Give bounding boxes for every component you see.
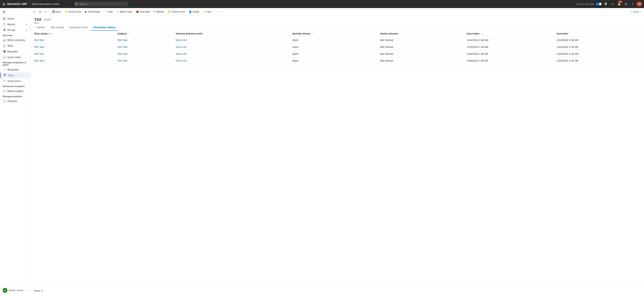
settings-icon[interactable]: ⚙: [623, 1, 628, 7]
task-setup-link-0[interactable]: Test Task: [34, 39, 44, 42]
tabs: Details Task setups Assigned stores Exec…: [30, 24, 644, 31]
content-area: ← 📋 ⬡ 💾 Save 📁 Save & Close ▶ Execute pl…: [30, 8, 644, 294]
col-owning-business-unit[interactable]: Owning Business Unit ⌄: [173, 31, 290, 37]
cell-subject-1[interactable]: Test Task: [115, 44, 173, 51]
share-button[interactable]: ↗ Share ∨: [628, 10, 643, 14]
execute-plan-button[interactable]: ▶ Execute plan: [83, 10, 102, 14]
waffle-icon[interactable]: ⊞: [2, 2, 6, 7]
table-row: Test Task Test Task Store 102 Open Not S…: [30, 44, 644, 51]
action-center[interactable]: AC Action center ◇: [0, 286, 30, 294]
cell-status-reason-2: Not Started: [378, 51, 464, 57]
try-new-look-toggle[interactable]: [596, 3, 602, 6]
search-bar: 🔍: [74, 2, 128, 6]
flow-button[interactable]: ⚡ Flow ∨: [201, 10, 215, 14]
col-due-date[interactable]: Due Date ⌄: [554, 31, 644, 37]
sidebar-item-retail-insights[interactable]: 📈 Retail insights: [0, 88, 30, 94]
owning-link-0[interactable]: Store 102: [176, 39, 187, 42]
task-setup-link-1[interactable]: Test Task: [34, 46, 44, 48]
col-subject[interactable]: Subject ⌄: [115, 31, 173, 37]
requests-icon: 📬: [3, 50, 6, 53]
cell-subject-0[interactable]: Test Task: [115, 37, 173, 44]
cell-task-setup-2[interactable]: Test Task: [30, 51, 115, 57]
assign-icon: 👤: [189, 11, 192, 13]
recent-icon: 🕐: [3, 23, 6, 26]
my-work-section-header: My work: [0, 33, 30, 37]
subject-link-2[interactable]: Test Task: [118, 53, 128, 55]
cell-task-setup-3[interactable]: Test Task: [30, 57, 115, 64]
subject-link-1[interactable]: Test Task: [118, 46, 128, 48]
col-status-reason[interactable]: Status Reason ⌄: [378, 31, 464, 37]
sidebar-item-quick-notes[interactable]: 📝 Quick notes: [0, 54, 30, 60]
cell-owning-0[interactable]: Store 102: [173, 37, 290, 44]
main-layout: ☰ 🏠 Home 🕐 Recent ∨ 📌 Pinned ∨ My work 📊…: [0, 8, 644, 294]
col-task-setup[interactable]: Task setup ▼ ⌄: [30, 31, 115, 37]
sidebar-item-requests[interactable]: 📬 Requests: [0, 49, 30, 54]
cell-task-setup-1[interactable]: Test Task: [30, 44, 115, 51]
sidebar-item-products[interactable]: 🏷️ Products: [0, 98, 30, 104]
table-row: Test Task Test Task Store 102 Open Not S…: [30, 51, 644, 57]
rows-count: Rows: 4: [30, 287, 644, 294]
sidebar-item-retail-summary[interactable]: 📊 Retail summary: [0, 37, 30, 43]
cell-owning-3[interactable]: Store 102: [173, 57, 290, 64]
owning-link-1[interactable]: Store 102: [176, 46, 187, 48]
subject-link-0[interactable]: Test Task: [118, 39, 128, 42]
owning-link-3[interactable]: Store 102: [176, 59, 187, 62]
col-start-date[interactable]: Start Date ↑ ⌄: [464, 31, 554, 37]
subject-link-3[interactable]: Test Task: [118, 59, 128, 62]
tab-execution-status[interactable]: Execution status: [90, 24, 118, 31]
more-options-button[interactable]: ⋯: [216, 10, 221, 14]
table-header: Task setup ▼ ⌄ Subject ⌄ Owning Business…: [30, 31, 644, 37]
sidebar-item-label: Quick plans: [8, 80, 21, 82]
templates-icon: 📄: [3, 68, 6, 71]
avatar[interactable]: SM: [636, 1, 642, 7]
lightbulb-icon[interactable]: 💡: [603, 1, 608, 7]
refresh-button[interactable]: ↻ Refresh: [152, 10, 166, 14]
save-button[interactable]: 💾 Save: [50, 10, 62, 14]
deactivate-button[interactable]: 🔴 Deactivate: [134, 10, 152, 14]
cell-activity-0: Open: [290, 37, 378, 44]
sidebar-item-plans[interactable]: 📅 Plans: [0, 73, 30, 78]
brand-title: Dynamics 365: [7, 3, 27, 6]
col-activity-status[interactable]: Activity Status ⌄: [290, 31, 378, 37]
sidebar-menu-button[interactable]: ☰: [0, 8, 30, 16]
cell-owning-1[interactable]: Store 102: [173, 44, 290, 51]
new-button[interactable]: + New: [104, 10, 114, 14]
task-setup-link-3[interactable]: Test Task: [34, 59, 44, 62]
cell-task-setup-0[interactable]: Test Task: [30, 37, 115, 44]
cell-owning-2[interactable]: Store 102: [173, 51, 290, 57]
col-activity-label: Activity Status: [292, 32, 310, 35]
check-access-button[interactable]: 🔑 Check Access: [166, 10, 187, 14]
search-input[interactable]: [74, 2, 128, 6]
forward-icon[interactable]: ⬡: [43, 9, 48, 15]
cell-due-date-2: 1/26/2024 1:30 AM: [554, 51, 644, 57]
sidebar-item-recent[interactable]: 🕐 Recent ∨: [0, 22, 30, 27]
cell-status-reason-3: Not Started: [378, 57, 464, 64]
save-close-button[interactable]: 📁 Save & Close: [63, 10, 83, 14]
col-subject-label: Subject: [118, 32, 127, 35]
back-button[interactable]: ←: [32, 9, 37, 15]
sidebar-item-templates[interactable]: 📄 Templates: [0, 67, 30, 73]
command-bar: ← 📋 ⬡ 💾 Save 📁 Save & Close ▶ Execute pl…: [30, 8, 644, 16]
top-nav-left: ⊞ Dynamics 365 | Store Operations Assist: [2, 2, 59, 7]
plans-icon: 📅: [3, 74, 6, 77]
task-setup-link-2[interactable]: Test Task: [34, 53, 44, 55]
cell-subject-3[interactable]: Test Task: [115, 57, 173, 64]
cell-subject-2[interactable]: Test Task: [115, 51, 173, 57]
clipboard-button[interactable]: 📋: [37, 9, 42, 15]
sidebar-item-label: Requests: [8, 50, 18, 53]
tab-task-setups[interactable]: Task setups: [48, 24, 67, 31]
activity-sort-icon: ⌄: [312, 33, 313, 35]
sidebar-item-tasks[interactable]: 📋 Tasks: [0, 43, 30, 49]
tab-assigned-stores[interactable]: Assigned stores: [67, 24, 90, 31]
plus-icon[interactable]: +: [610, 1, 615, 7]
tab-details[interactable]: Details: [34, 24, 48, 31]
task-setup-filter-icon: ▼: [49, 33, 50, 35]
notification-button[interactable]: 🔔 99+: [616, 1, 622, 7]
sidebar-item-pinned[interactable]: 📌 Pinned ∨: [0, 27, 30, 33]
assign-button[interactable]: 👤 Assign: [187, 10, 201, 14]
owning-link-2[interactable]: Store 102: [176, 53, 187, 55]
sidebar-item-home[interactable]: 🏠 Home: [0, 16, 30, 22]
help-icon[interactable]: ?: [630, 1, 635, 7]
sidebar-item-quick-plans[interactable]: ⚡ Quick plans: [0, 78, 30, 84]
make-copy-button[interactable]: 📄 Make a copy: [114, 10, 134, 14]
